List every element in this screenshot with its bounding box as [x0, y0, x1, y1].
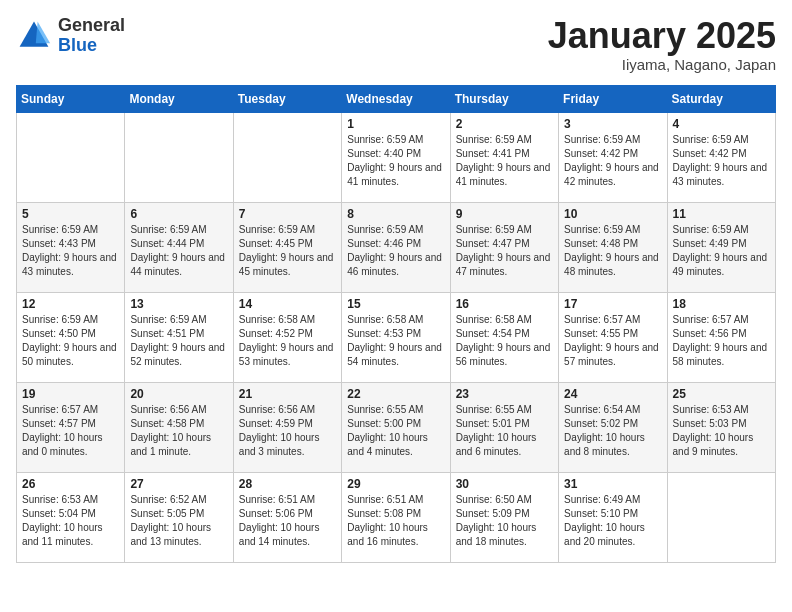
weekday-header: Tuesday [233, 85, 341, 112]
calendar-day-cell: 9Sunrise: 6:59 AM Sunset: 4:47 PM Daylig… [450, 202, 558, 292]
day-number: 1 [347, 117, 444, 131]
calendar-day-cell: 26Sunrise: 6:53 AM Sunset: 5:04 PM Dayli… [17, 472, 125, 562]
day-number: 16 [456, 297, 553, 311]
calendar-day-cell: 16Sunrise: 6:58 AM Sunset: 4:54 PM Dayli… [450, 292, 558, 382]
day-info: Sunrise: 6:58 AM Sunset: 4:52 PM Dayligh… [239, 313, 336, 369]
day-info: Sunrise: 6:55 AM Sunset: 5:01 PM Dayligh… [456, 403, 553, 459]
day-number: 22 [347, 387, 444, 401]
calendar-day-cell: 12Sunrise: 6:59 AM Sunset: 4:50 PM Dayli… [17, 292, 125, 382]
calendar-day-cell: 19Sunrise: 6:57 AM Sunset: 4:57 PM Dayli… [17, 382, 125, 472]
calendar-day-cell [17, 112, 125, 202]
calendar-day-cell: 24Sunrise: 6:54 AM Sunset: 5:02 PM Dayli… [559, 382, 667, 472]
day-info: Sunrise: 6:53 AM Sunset: 5:04 PM Dayligh… [22, 493, 119, 549]
day-info: Sunrise: 6:57 AM Sunset: 4:55 PM Dayligh… [564, 313, 661, 369]
day-number: 31 [564, 477, 661, 491]
day-info: Sunrise: 6:49 AM Sunset: 5:10 PM Dayligh… [564, 493, 661, 549]
day-info: Sunrise: 6:51 AM Sunset: 5:08 PM Dayligh… [347, 493, 444, 549]
calendar-week-row: 1Sunrise: 6:59 AM Sunset: 4:40 PM Daylig… [17, 112, 776, 202]
day-number: 14 [239, 297, 336, 311]
calendar-day-cell: 23Sunrise: 6:55 AM Sunset: 5:01 PM Dayli… [450, 382, 558, 472]
day-number: 11 [673, 207, 770, 221]
day-number: 6 [130, 207, 227, 221]
calendar-table: SundayMondayTuesdayWednesdayThursdayFrid… [16, 85, 776, 563]
day-info: Sunrise: 6:59 AM Sunset: 4:46 PM Dayligh… [347, 223, 444, 279]
day-number: 10 [564, 207, 661, 221]
weekday-header: Monday [125, 85, 233, 112]
calendar-day-cell: 3Sunrise: 6:59 AM Sunset: 4:42 PM Daylig… [559, 112, 667, 202]
weekday-header: Wednesday [342, 85, 450, 112]
calendar-day-cell [233, 112, 341, 202]
calendar-week-row: 26Sunrise: 6:53 AM Sunset: 5:04 PM Dayli… [17, 472, 776, 562]
calendar-week-row: 12Sunrise: 6:59 AM Sunset: 4:50 PM Dayli… [17, 292, 776, 382]
location: Iiyama, Nagano, Japan [548, 56, 776, 73]
day-info: Sunrise: 6:58 AM Sunset: 4:53 PM Dayligh… [347, 313, 444, 369]
day-number: 2 [456, 117, 553, 131]
day-info: Sunrise: 6:51 AM Sunset: 5:06 PM Dayligh… [239, 493, 336, 549]
svg-marker-1 [36, 21, 50, 43]
calendar-day-cell: 21Sunrise: 6:56 AM Sunset: 4:59 PM Dayli… [233, 382, 341, 472]
calendar-day-cell: 5Sunrise: 6:59 AM Sunset: 4:43 PM Daylig… [17, 202, 125, 292]
month-title: January 2025 [548, 16, 776, 56]
calendar-header: SundayMondayTuesdayWednesdayThursdayFrid… [17, 85, 776, 112]
day-number: 9 [456, 207, 553, 221]
day-number: 24 [564, 387, 661, 401]
calendar-day-cell: 2Sunrise: 6:59 AM Sunset: 4:41 PM Daylig… [450, 112, 558, 202]
calendar-day-cell: 1Sunrise: 6:59 AM Sunset: 4:40 PM Daylig… [342, 112, 450, 202]
day-number: 8 [347, 207, 444, 221]
calendar-day-cell: 25Sunrise: 6:53 AM Sunset: 5:03 PM Dayli… [667, 382, 775, 472]
day-info: Sunrise: 6:54 AM Sunset: 5:02 PM Dayligh… [564, 403, 661, 459]
day-number: 29 [347, 477, 444, 491]
day-number: 17 [564, 297, 661, 311]
weekday-header: Thursday [450, 85, 558, 112]
calendar-day-cell [667, 472, 775, 562]
logo-general: General [58, 16, 125, 36]
day-number: 26 [22, 477, 119, 491]
day-number: 25 [673, 387, 770, 401]
logo: General Blue [16, 16, 125, 56]
calendar-day-cell: 30Sunrise: 6:50 AM Sunset: 5:09 PM Dayli… [450, 472, 558, 562]
calendar-week-row: 19Sunrise: 6:57 AM Sunset: 4:57 PM Dayli… [17, 382, 776, 472]
day-info: Sunrise: 6:57 AM Sunset: 4:56 PM Dayligh… [673, 313, 770, 369]
day-info: Sunrise: 6:59 AM Sunset: 4:50 PM Dayligh… [22, 313, 119, 369]
day-info: Sunrise: 6:56 AM Sunset: 4:58 PM Dayligh… [130, 403, 227, 459]
logo-icon [16, 18, 52, 54]
day-info: Sunrise: 6:55 AM Sunset: 5:00 PM Dayligh… [347, 403, 444, 459]
day-number: 18 [673, 297, 770, 311]
calendar-day-cell: 15Sunrise: 6:58 AM Sunset: 4:53 PM Dayli… [342, 292, 450, 382]
day-info: Sunrise: 6:59 AM Sunset: 4:41 PM Dayligh… [456, 133, 553, 189]
calendar-day-cell: 31Sunrise: 6:49 AM Sunset: 5:10 PM Dayli… [559, 472, 667, 562]
calendar-day-cell [125, 112, 233, 202]
calendar-day-cell: 20Sunrise: 6:56 AM Sunset: 4:58 PM Dayli… [125, 382, 233, 472]
day-number: 27 [130, 477, 227, 491]
calendar-day-cell: 11Sunrise: 6:59 AM Sunset: 4:49 PM Dayli… [667, 202, 775, 292]
weekday-header: Saturday [667, 85, 775, 112]
logo-blue: Blue [58, 36, 125, 56]
calendar-day-cell: 18Sunrise: 6:57 AM Sunset: 4:56 PM Dayli… [667, 292, 775, 382]
calendar-day-cell: 7Sunrise: 6:59 AM Sunset: 4:45 PM Daylig… [233, 202, 341, 292]
calendar-day-cell: 17Sunrise: 6:57 AM Sunset: 4:55 PM Dayli… [559, 292, 667, 382]
calendar-day-cell: 14Sunrise: 6:58 AM Sunset: 4:52 PM Dayli… [233, 292, 341, 382]
calendar-day-cell: 13Sunrise: 6:59 AM Sunset: 4:51 PM Dayli… [125, 292, 233, 382]
calendar-day-cell: 10Sunrise: 6:59 AM Sunset: 4:48 PM Dayli… [559, 202, 667, 292]
day-number: 15 [347, 297, 444, 311]
day-info: Sunrise: 6:59 AM Sunset: 4:40 PM Dayligh… [347, 133, 444, 189]
day-info: Sunrise: 6:59 AM Sunset: 4:44 PM Dayligh… [130, 223, 227, 279]
calendar-day-cell: 4Sunrise: 6:59 AM Sunset: 4:42 PM Daylig… [667, 112, 775, 202]
day-info: Sunrise: 6:59 AM Sunset: 4:51 PM Dayligh… [130, 313, 227, 369]
calendar-day-cell: 22Sunrise: 6:55 AM Sunset: 5:00 PM Dayli… [342, 382, 450, 472]
day-info: Sunrise: 6:53 AM Sunset: 5:03 PM Dayligh… [673, 403, 770, 459]
day-number: 19 [22, 387, 119, 401]
logo-text: General Blue [58, 16, 125, 56]
day-info: Sunrise: 6:52 AM Sunset: 5:05 PM Dayligh… [130, 493, 227, 549]
weekday-row: SundayMondayTuesdayWednesdayThursdayFrid… [17, 85, 776, 112]
day-number: 13 [130, 297, 227, 311]
day-info: Sunrise: 6:59 AM Sunset: 4:47 PM Dayligh… [456, 223, 553, 279]
day-number: 12 [22, 297, 119, 311]
day-info: Sunrise: 6:59 AM Sunset: 4:42 PM Dayligh… [673, 133, 770, 189]
calendar-week-row: 5Sunrise: 6:59 AM Sunset: 4:43 PM Daylig… [17, 202, 776, 292]
day-info: Sunrise: 6:59 AM Sunset: 4:48 PM Dayligh… [564, 223, 661, 279]
calendar-day-cell: 27Sunrise: 6:52 AM Sunset: 5:05 PM Dayli… [125, 472, 233, 562]
calendar-day-cell: 6Sunrise: 6:59 AM Sunset: 4:44 PM Daylig… [125, 202, 233, 292]
day-number: 7 [239, 207, 336, 221]
day-number: 4 [673, 117, 770, 131]
